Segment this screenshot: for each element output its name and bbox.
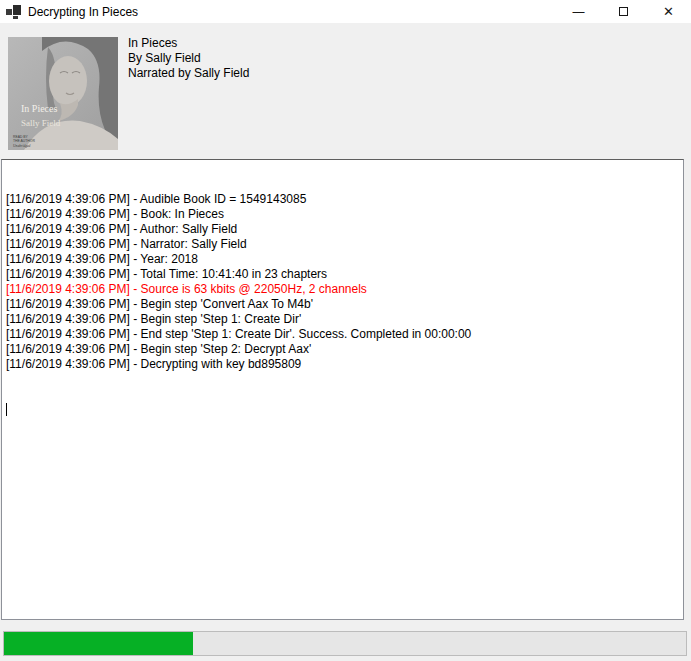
caret-row [6,402,679,417]
maximize-icon [619,7,628,16]
book-metadata: In Pieces By Sally Field Narrated by Sal… [128,36,249,81]
cover-edition-text: Unabridged [13,144,31,148]
maximize-button[interactable] [601,0,646,23]
log-line: [11/6/2019 4:39:06 PM] - Author: Sally F… [6,222,679,237]
log-line: [11/6/2019 4:39:06 PM] - Begin step 'Ste… [6,342,679,357]
book-author: By Sally Field [128,51,249,66]
log-line: [11/6/2019 4:39:06 PM] - Total Time: 10:… [6,267,679,282]
log-textbox[interactable]: [11/6/2019 4:39:06 PM] - Audible Book ID… [1,159,684,620]
log-line: [11/6/2019 4:39:06 PM] - Begin step 'Con… [6,297,679,312]
log-line: [11/6/2019 4:39:06 PM] - Begin step 'Ste… [6,312,679,327]
log-line: [11/6/2019 4:39:06 PM] - Source is 63 kb… [6,282,679,297]
window-controls: — ✕ [556,0,691,23]
close-button[interactable]: ✕ [646,0,691,23]
progress-bar [3,631,687,656]
log-line: [11/6/2019 4:39:06 PM] - Narrator: Sally… [6,237,679,252]
app-icon [6,4,21,19]
log-line: [11/6/2019 4:39:06 PM] - Year: 2018 [6,252,679,267]
log-line: [11/6/2019 4:39:06 PM] - Book: In Pieces [6,207,679,222]
title-bar[interactable]: Decrypting In Pieces — ✕ [0,0,691,23]
log-line: [11/6/2019 4:39:06 PM] - Audible Book ID… [6,192,679,207]
book-title: In Pieces [128,36,249,51]
log-lines: [11/6/2019 4:39:06 PM] - Audible Book ID… [6,192,679,372]
book-narrator: Narrated by Sally Field [128,66,249,81]
window-title: Decrypting In Pieces [28,5,138,19]
book-cover-art: In Pieces Sally Field READ BY THE AUTHOR… [8,37,118,150]
minimize-button[interactable]: — [556,0,601,23]
book-cover-image: In Pieces Sally Field READ BY THE AUTHOR… [8,37,118,150]
cover-author-text: Sally Field [21,118,61,128]
cover-title-text: In Pieces [21,103,57,114]
cover-readby-line2: THE AUTHOR [13,139,35,143]
text-cursor [6,403,7,416]
app-window: Decrypting In Pieces — ✕ [0,0,691,661]
progress-bar-fill [4,632,193,655]
log-line: [11/6/2019 4:39:06 PM] - End step 'Step … [6,327,679,342]
log-line: [11/6/2019 4:39:06 PM] - Decrypting with… [6,357,679,372]
